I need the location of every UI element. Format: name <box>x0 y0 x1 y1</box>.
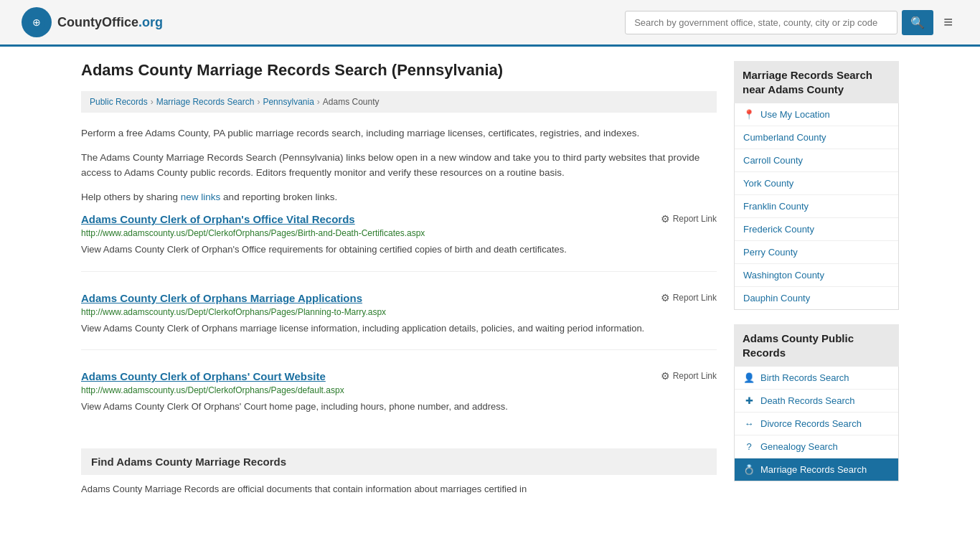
search-button[interactable]: 🔍 <box>902 10 933 35</box>
intro-para-2: The Adams County Marriage Records Search… <box>81 150 717 181</box>
record-url: http://www.adamscounty.us/Dept/ClerkofOr… <box>81 228 717 238</box>
list-item: Washington County <box>735 264 898 287</box>
list-item: ✚ Death Records Search <box>735 390 898 413</box>
sidebar-divorce-records[interactable]: ↔ Divorce Records Search <box>735 413 898 435</box>
search-icon: 🔍 <box>910 17 925 29</box>
sidebar-item-label: Death Records Search <box>760 395 855 406</box>
logo-suffix: .org <box>138 15 163 29</box>
breadcrumb-marriage-records[interactable]: Marriage Records Search <box>156 97 255 107</box>
sidebar-york-county[interactable]: York County <box>735 172 898 194</box>
menu-button[interactable]: ≡ <box>938 10 958 34</box>
sidebar-carroll-county[interactable]: Carroll County <box>735 149 898 171</box>
sidebar-item-label: Washington County <box>743 270 824 281</box>
record-desc: View Adams County Clerk of Orphan's Offi… <box>81 242 717 257</box>
list-item: 👤 Birth Records Search <box>735 367 898 390</box>
list-item: York County <box>735 172 898 195</box>
sidebar-item-label: Frederick County <box>743 224 814 235</box>
report-icon: ⚙ <box>661 370 670 382</box>
sidebar-item-label: Cumberland County <box>743 132 826 143</box>
search-area: 🔍 ≡ <box>625 10 958 35</box>
svg-text:⊕: ⊕ <box>32 17 41 28</box>
records-list: Adams County Clerk of Orphan's Office Vi… <box>81 213 717 428</box>
logo-area: ⊕ CountyOffice.org <box>22 7 163 37</box>
find-section-desc: Adams County Marriage Records are offici… <box>81 482 717 497</box>
report-icon: ⚙ <box>661 213 670 225</box>
breadcrumb-sep-3: › <box>317 97 320 107</box>
content-area: Adams County Marriage Records Search (Pe… <box>81 61 717 497</box>
record-title[interactable]: Adams County Clerk of Orphans Marriage A… <box>81 292 362 304</box>
logo-icon: ⊕ <box>22 7 52 37</box>
page-title: Adams County Marriage Records Search (Pe… <box>81 61 717 80</box>
find-section-heading: Find Adams County Marriage Records <box>81 448 717 475</box>
report-label: Report Link <box>673 293 717 303</box>
list-item: Franklin County <box>735 195 898 218</box>
sidebar-item-label: York County <box>743 178 793 189</box>
public-records-box: Adams County Public Records 👤 Birth Reco… <box>734 324 899 481</box>
breadcrumb-sep-2: › <box>257 97 260 107</box>
report-link[interactable]: ⚙ Report Link <box>661 213 717 225</box>
person-icon: 👤 <box>743 372 755 383</box>
sidebar-birth-records[interactable]: 👤 Birth Records Search <box>735 367 898 389</box>
report-icon: ⚙ <box>661 292 670 303</box>
breadcrumb-public-records[interactable]: Public Records <box>90 97 148 107</box>
sidebar-death-records[interactable]: ✚ Death Records Search <box>735 390 898 412</box>
sidebar-item-label: Franklin County <box>743 201 809 212</box>
record-title[interactable]: Adams County Clerk of Orphan's Office Vi… <box>81 213 355 225</box>
report-link[interactable]: ⚙ Report Link <box>661 370 717 382</box>
record-title[interactable]: Adams County Clerk of Orphans' Court Web… <box>81 370 326 382</box>
sidebar-dauphin-county[interactable]: Dauphin County <box>735 287 898 309</box>
sidebar-use-my-location[interactable]: 📍 Use My Location <box>735 103 898 126</box>
sidebar-item-label: Perry County <box>743 247 798 258</box>
list-item: Perry County <box>735 241 898 264</box>
record-item: Adams County Clerk of Orphan's Office Vi… <box>81 213 717 272</box>
sidebar-item-label: Carroll County <box>743 155 803 166</box>
intro-para-3-after: and reporting broken links. <box>220 192 337 202</box>
list-item: ? Genealogy Search <box>735 435 898 458</box>
new-links-link[interactable]: new links <box>181 192 221 202</box>
sidebar-marriage-records[interactable]: 💍 Marriage Records Search <box>735 458 898 481</box>
breadcrumb: Public Records › Marriage Records Search… <box>81 91 717 113</box>
report-label: Report Link <box>673 371 717 381</box>
sidebar-genealogy[interactable]: ? Genealogy Search <box>735 435 898 458</box>
cross-icon: ✚ <box>743 395 755 406</box>
report-link[interactable]: ⚙ Report Link <box>661 292 717 303</box>
sidebar-item-label: Dauphin County <box>743 293 810 303</box>
list-item: 📍 Use My Location <box>735 103 898 126</box>
record-item: Adams County Clerk of Orphans' Court Web… <box>81 370 717 428</box>
report-label: Report Link <box>673 214 717 224</box>
intro-para-1: Perform a free Adams County, PA public m… <box>81 126 717 141</box>
sidebar-item-label: Use My Location <box>760 109 830 120</box>
record-header: Adams County Clerk of Orphans Marriage A… <box>81 292 717 304</box>
rings-icon: 💍 <box>743 464 755 475</box>
record-url: http://www.adamscounty.us/Dept/ClerkofOr… <box>81 307 717 317</box>
logo-text: CountyOffice.org <box>57 15 163 30</box>
list-item: 💍 Marriage Records Search <box>735 458 898 481</box>
location-icon: 📍 <box>743 109 755 120</box>
site-header: ⊕ CountyOffice.org 🔍 ≡ <box>0 0 980 47</box>
breadcrumb-pennsylvania[interactable]: Pennsylvania <box>263 97 314 107</box>
search-input[interactable] <box>625 11 897 34</box>
sidebar-item-label: Genealogy Search <box>760 441 838 452</box>
nearby-heading: Marriage Records Searchnear Adams County <box>734 61 899 103</box>
sidebar-perry-county[interactable]: Perry County <box>735 241 898 263</box>
list-item: Cumberland County <box>735 126 898 149</box>
record-header: Adams County Clerk of Orphans' Court Web… <box>81 370 717 382</box>
list-item: Frederick County <box>735 218 898 241</box>
sidebar-washington-county[interactable]: Washington County <box>735 264 898 286</box>
record-desc: View Adams County Clerk of Orphans marri… <box>81 321 717 336</box>
question-icon: ? <box>743 441 755 452</box>
intro-para-3: Help others by sharing new links and rep… <box>81 189 717 205</box>
sidebar-item-label: Divorce Records Search <box>760 418 862 429</box>
sidebar-frederick-county[interactable]: Frederick County <box>735 218 898 240</box>
breadcrumb-sep-1: › <box>151 97 154 107</box>
main-container: Adams County Marriage Records Search (Pe… <box>60 47 920 512</box>
record-header: Adams County Clerk of Orphan's Office Vi… <box>81 213 717 225</box>
sidebar-cumberland-county[interactable]: Cumberland County <box>735 126 898 149</box>
list-item: ↔ Divorce Records Search <box>735 413 898 435</box>
record-url: http://www.adamscounty.us/Dept/ClerkofOr… <box>81 385 717 395</box>
arrows-icon: ↔ <box>743 418 755 429</box>
list-item: Dauphin County <box>735 287 898 309</box>
sidebar-franklin-county[interactable]: Franklin County <box>735 195 898 217</box>
menu-icon: ≡ <box>943 13 953 31</box>
nearby-list: 📍 Use My Location Cumberland County Carr… <box>734 103 899 310</box>
